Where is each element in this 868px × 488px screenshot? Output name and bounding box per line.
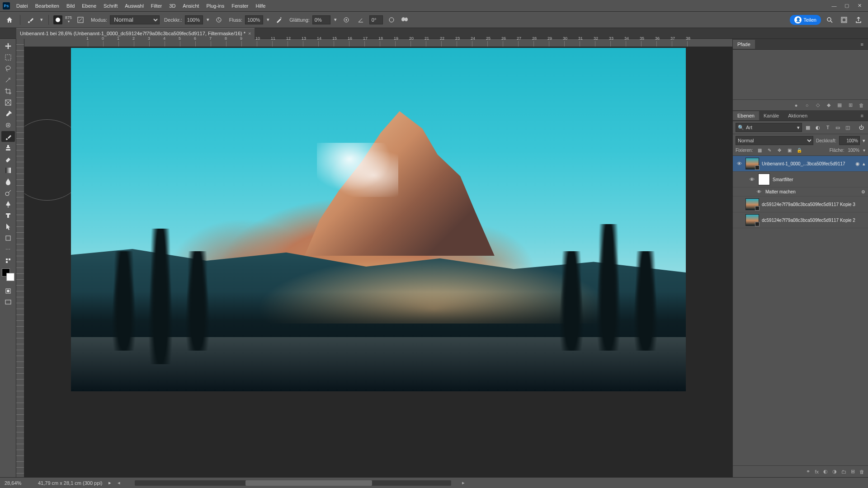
menu-schrift[interactable]: Schrift [100, 1, 121, 10]
visibility-icon[interactable]: 👁 [755, 189, 763, 194]
blur-tool[interactable] [1, 176, 15, 187]
flow-field[interactable]: 100% [245, 15, 263, 24]
layer-name[interactable]: dc59124e7f79a08c3bca509fec5d9117 Kopie 2 [762, 218, 865, 223]
panel-menu-icon[interactable]: ≡ [856, 40, 868, 49]
export-share-icon[interactable] [853, 14, 864, 26]
layers-panel-menu-icon[interactable]: ≡ [856, 111, 868, 120]
filter-type-icon[interactable]: T [824, 123, 832, 131]
fill-value[interactable]: 100% [848, 148, 859, 153]
menu-plugins[interactable]: Plug-ins [203, 1, 228, 10]
shape-tool[interactable] [1, 233, 15, 244]
selection-path-icon[interactable]: ◇ [815, 102, 821, 108]
menu-auswahl[interactable]: Auswahl [121, 1, 147, 10]
brush-preview[interactable] [53, 15, 62, 24]
blend-mode-select[interactable]: Normal [110, 15, 160, 24]
new-layer-icon[interactable]: ⊞ [851, 469, 855, 474]
fill-path-icon[interactable]: ● [793, 103, 799, 108]
menu-ansicht[interactable]: Ansicht [179, 1, 203, 10]
layer-filter-search[interactable]: 🔍 ▾ [736, 123, 802, 132]
new-path-mask-icon[interactable]: ▦ [836, 102, 843, 108]
brush-panel-toggle[interactable] [75, 14, 86, 26]
opacity-dropdown[interactable]: ▾ [206, 17, 210, 23]
lock-all-icon[interactable]: 🔒 [796, 148, 802, 153]
brush-tool[interactable] [1, 131, 15, 142]
tab-ebenen[interactable]: Ebenen [733, 111, 759, 120]
workspace-icon[interactable] [838, 14, 850, 26]
smoothing-options-icon[interactable] [340, 14, 352, 26]
scroll-left-icon[interactable]: ◂ [118, 480, 124, 486]
filter-adjust-icon[interactable]: ◐ [814, 123, 822, 131]
menu-datei[interactable]: Datei [13, 1, 32, 10]
screenmode-tool[interactable] [1, 297, 15, 308]
visibility-icon[interactable]: 👁 [748, 177, 755, 182]
brush-size-display[interactable]: 875 ▾ [65, 16, 72, 23]
brush-tool-icon[interactable] [25, 14, 37, 26]
menu-bearbeiten[interactable]: Bearbeiten [32, 1, 63, 10]
filter-smart-icon[interactable]: ◫ [844, 123, 852, 131]
color-swatches[interactable] [2, 268, 14, 281]
filter-entry-row[interactable]: 👁 Matter machen ⚙ [733, 188, 868, 197]
window-minimize-icon[interactable]: — [828, 1, 840, 10]
lock-paint-icon[interactable]: ✎ [766, 148, 773, 153]
smoothing-dropdown[interactable]: ▾ [333, 17, 338, 23]
filter-shape-icon[interactable]: ▭ [834, 123, 842, 131]
frame-tool[interactable] [1, 97, 15, 108]
filter-toggle-icon[interactable]: ⏻ [857, 123, 865, 131]
layer-blend-select[interactable]: Normal [736, 136, 813, 145]
layer-name[interactable]: dc59124e7f79a08c3bca509fec5d9117 Kopie 3 [762, 202, 865, 207]
move-tool[interactable] [1, 41, 15, 52]
info-dropdown-icon[interactable]: ▸ [108, 480, 111, 486]
pressure-opacity-icon[interactable] [213, 14, 225, 26]
lasso-tool[interactable] [1, 63, 15, 74]
new-path-icon[interactable]: ⊞ [847, 102, 854, 108]
eraser-tool[interactable] [1, 154, 15, 164]
smoothing-field[interactable]: 0% [312, 15, 330, 24]
filter-indicator-icon[interactable]: ◉ [855, 161, 860, 167]
dodge-tool[interactable] [1, 188, 15, 198]
layer-mask-icon[interactable]: ◐ [823, 469, 828, 474]
angle-field[interactable]: 0° [369, 15, 383, 24]
opacity-dropdown-icon[interactable]: ▾ [863, 138, 865, 144]
symmetry-icon[interactable] [400, 15, 409, 24]
eyedropper-tool[interactable] [1, 108, 15, 119]
smartfilter-row[interactable]: 👁 Smartfilter [733, 172, 868, 188]
tab-kanale[interactable]: Kanäle [759, 111, 783, 120]
gradient-tool[interactable] [1, 165, 15, 176]
filter-mask-thumbnail[interactable] [758, 174, 770, 185]
window-restore-icon[interactable]: ▢ [841, 1, 853, 10]
menu-bild[interactable]: Bild [63, 1, 78, 10]
lock-position-icon[interactable]: ✥ [776, 148, 783, 153]
pen-tool[interactable] [1, 199, 15, 210]
filter-options-icon[interactable]: ⚙ [861, 189, 865, 194]
layer-row[interactable]: 👁 Unbenannt-1_0000_...3bca509fec5d9117 ◉… [733, 156, 868, 172]
tab-aktionen[interactable]: Aktionen [783, 111, 812, 120]
quickmask-tool[interactable] [1, 286, 15, 296]
share-button[interactable]: 👤 Teilen [790, 15, 821, 25]
layer-row[interactable]: dc59124e7f79a08c3bca509fec5d9117 Kopie 3 [733, 197, 868, 212]
zoom-level[interactable]: 28,64% [5, 480, 32, 486]
stroke-path-icon[interactable]: ○ [804, 103, 810, 108]
edit-toolbar[interactable] [1, 255, 15, 266]
search-icon[interactable] [824, 14, 835, 26]
adjustment-layer-icon[interactable]: ◑ [832, 469, 837, 474]
airbrush-icon[interactable] [273, 14, 285, 26]
menu-3d[interactable]: 3D [165, 1, 179, 10]
path-to-mask-icon[interactable]: ◆ [826, 102, 832, 108]
stamp-tool[interactable] [1, 142, 15, 153]
close-tab-icon[interactable]: × [248, 31, 251, 36]
group-icon[interactable]: 🗀 [841, 469, 846, 474]
layer-thumbnail[interactable] [745, 158, 759, 169]
marquee-tool[interactable] [1, 52, 15, 63]
tool-preset-dropdown[interactable]: ▾ [39, 17, 44, 23]
menu-hilfe[interactable]: Hilfe [252, 1, 269, 10]
wand-tool[interactable] [1, 75, 15, 85]
path-select-tool[interactable] [1, 221, 15, 232]
layer-thumbnail[interactable] [745, 214, 759, 226]
canvas[interactable] [24, 47, 732, 477]
link-layers-icon[interactable]: ⚭ [806, 469, 810, 474]
home-button[interactable] [4, 14, 15, 26]
layer-filter-input[interactable] [746, 125, 795, 130]
type-tool[interactable] [1, 210, 15, 221]
menu-ebene[interactable]: Ebene [78, 1, 100, 10]
layer-row[interactable]: dc59124e7f79a08c3bca509fec5d9117 Kopie 2 [733, 212, 868, 228]
